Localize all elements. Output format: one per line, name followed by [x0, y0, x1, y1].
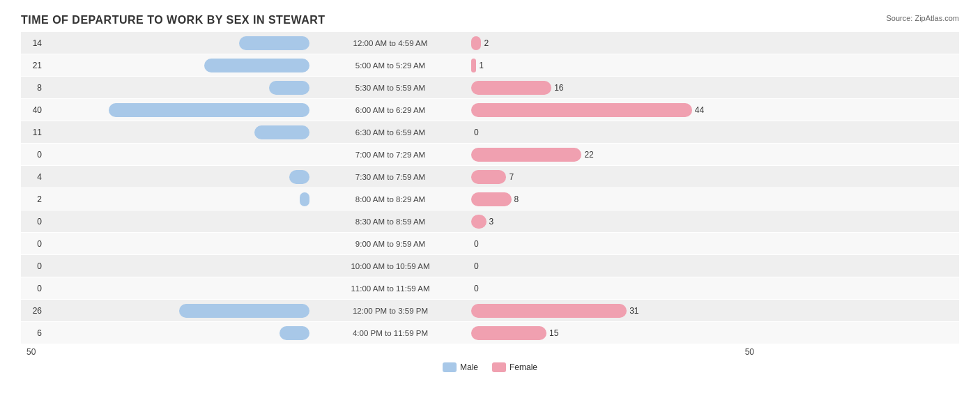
male-value: 6 [26, 328, 42, 338]
male-value: 0 [26, 150, 42, 160]
time-label: 11:00 AM to 11:59 AM [314, 284, 467, 293]
male-value: 0 [26, 239, 42, 249]
time-label: 7:30 AM to 7:59 AM [314, 173, 467, 181]
bar-row: 2612:00 PM to 3:59 PM31 [21, 300, 959, 322]
time-label: 8:00 AM to 8:29 AM [314, 195, 467, 204]
male-value: 11 [26, 128, 42, 137]
time-label: 5:30 AM to 5:59 AM [314, 84, 467, 92]
bar-row: 47:30 AM to 7:59 AM7 [21, 166, 959, 188]
axis-right-label: 50 [745, 347, 754, 357]
axis-row: 50 50 [21, 347, 959, 357]
chart-container: TIME OF DEPARTURE TO WORK BY SEX IN STEW… [0, 0, 980, 414]
female-value: 0 [474, 128, 489, 137]
left-section: 0 [21, 237, 314, 251]
left-section: 0 [21, 148, 314, 162]
male-bar [289, 170, 309, 184]
male-bar-wrap [45, 259, 309, 273]
female-bar [471, 148, 581, 162]
male-bar-wrap [45, 103, 309, 117]
left-section: 8 [21, 81, 314, 95]
left-section: 21 [21, 59, 314, 72]
female-value: 0 [474, 239, 489, 249]
female-bar [471, 326, 546, 340]
male-bar [109, 103, 309, 117]
male-value: 8 [26, 83, 42, 93]
axis-right: 50 [467, 347, 760, 357]
legend: Male Female [21, 362, 959, 372]
male-value: 0 [26, 284, 42, 293]
time-label: 4:00 PM to 11:59 PM [314, 329, 467, 337]
female-bar [471, 215, 487, 229]
left-section: 26 [21, 304, 314, 318]
right-section: 0 [467, 125, 760, 139]
male-bar [300, 192, 309, 206]
female-value: 16 [554, 83, 569, 93]
bar-row: 1412:00 AM to 4:59 AM2 [21, 32, 959, 54]
male-bar-wrap [45, 148, 309, 162]
right-section: 31 [467, 304, 760, 318]
right-section: 0 [467, 237, 760, 251]
bar-row: 08:30 AM to 8:59 AM3 [21, 210, 959, 233]
bar-row: 28:00 AM to 8:29 AM8 [21, 188, 959, 210]
male-bar [239, 36, 309, 50]
female-bar [471, 103, 692, 117]
male-value: 4 [26, 172, 42, 182]
right-section: 15 [467, 326, 760, 340]
male-bar [254, 125, 309, 139]
female-bar [471, 36, 481, 50]
male-bar [280, 326, 309, 340]
bar-row: 011:00 AM to 11:59 AM0 [21, 277, 959, 300]
time-label: 8:30 AM to 8:59 AM [314, 217, 467, 226]
left-section: 0 [21, 282, 314, 296]
male-value: 26 [26, 306, 42, 316]
female-bar [471, 304, 627, 318]
right-section: 7 [467, 170, 760, 184]
male-bar [269, 81, 309, 95]
left-section: 4 [21, 170, 314, 184]
left-section: 11 [21, 125, 314, 139]
female-bar [471, 81, 551, 95]
right-section: 1 [467, 59, 760, 72]
bar-row: 116:30 AM to 6:59 AM0 [21, 121, 959, 144]
axis-left-label: 50 [26, 347, 36, 357]
male-value: 0 [26, 261, 42, 271]
time-label: 5:00 AM to 5:29 AM [314, 61, 467, 70]
female-value: 31 [629, 306, 645, 316]
female-value: 0 [474, 284, 489, 293]
left-section: 0 [21, 215, 314, 229]
axis-left: 50 [21, 347, 314, 357]
left-section: 40 [21, 103, 314, 117]
male-value: 2 [26, 194, 42, 204]
time-label: 12:00 AM to 4:59 AM [314, 39, 467, 47]
female-value: 2 [484, 38, 499, 48]
time-label: 6:30 AM to 6:59 AM [314, 128, 467, 137]
female-bar [471, 170, 506, 184]
female-value: 8 [514, 194, 530, 204]
time-label: 6:00 AM to 6:29 AM [314, 106, 467, 114]
right-section: 0 [467, 282, 760, 296]
time-label: 7:00 AM to 7:29 AM [314, 151, 467, 159]
male-bar-wrap [45, 81, 309, 95]
legend-male-icon [443, 362, 457, 372]
male-bar-wrap [45, 192, 309, 206]
left-section: 6 [21, 326, 314, 340]
male-value: 0 [26, 217, 42, 227]
bar-row: 09:00 AM to 9:59 AM0 [21, 233, 959, 255]
bar-row: 64:00 PM to 11:59 PM15 [21, 322, 959, 344]
female-bar [471, 59, 476, 72]
male-value: 21 [26, 61, 42, 70]
male-bar-wrap [45, 237, 309, 251]
male-bar [204, 59, 309, 72]
male-bar-wrap [45, 215, 309, 229]
legend-male: Male [443, 362, 478, 372]
left-section: 14 [21, 36, 314, 50]
female-bar [471, 192, 512, 206]
male-bar-wrap [45, 59, 309, 72]
time-label: 10:00 AM to 10:59 AM [314, 262, 467, 270]
time-label: 9:00 AM to 9:59 AM [314, 240, 467, 248]
chart-area: 1412:00 AM to 4:59 AM2215:00 AM to 5:29 … [21, 32, 959, 344]
female-value: 0 [474, 261, 489, 271]
female-value: 22 [584, 150, 599, 160]
legend-female: Female [492, 362, 537, 372]
male-bar-wrap [45, 282, 309, 296]
